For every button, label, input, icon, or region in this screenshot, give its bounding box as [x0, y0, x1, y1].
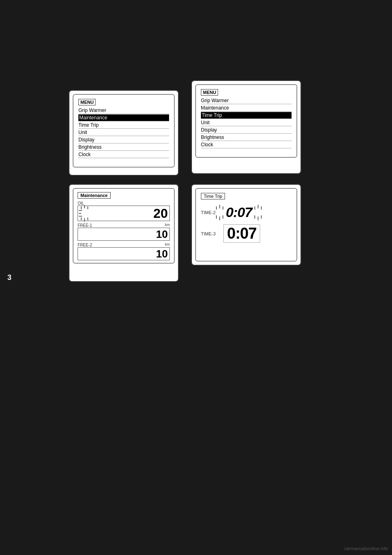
menu-item-grip-warmer-2: Grip Warmer [201, 97, 292, 104]
menu-item-maintenance-selected: Maintenance [78, 114, 169, 121]
menu-item-display-1: Display [78, 137, 169, 143]
menu-item-unit-1: Unit [78, 129, 169, 136]
menu-item-unit-2: Unit [201, 119, 292, 126]
free2-category: FREE-2 [78, 243, 98, 247]
screen-menu-maintenance: MENU Grip Warmer Maintenance Time Trip U… [69, 90, 179, 176]
menu-label-top-right: MENU [201, 89, 218, 96]
free2-value: 10 [156, 248, 168, 260]
oil-value: 20 [153, 207, 168, 220]
watermark: carmanualsonline.info [344, 546, 388, 551]
menu-item-display-2: Display [201, 127, 292, 134]
screen-menu-time-trip: MENU Grip Warmer Maintenance Time Trip U… [191, 80, 301, 174]
page-number: 3 [7, 273, 11, 282]
time2-value: 0:07 [226, 204, 252, 220]
maintenance-label: Maintenance [78, 192, 111, 199]
menu-item-clock-2: Clock [201, 141, 292, 148]
menu-item-time-trip-selected: Time Trip [201, 112, 292, 119]
menu-label-top-left: MENU [78, 99, 96, 105]
time-trip-label: Time Trip [201, 193, 225, 199]
free1-value: 10 [156, 228, 168, 240]
free1-unit: km [165, 223, 170, 227]
time3-label: TIME-3 [201, 231, 223, 236]
menu-item-brightness-1: Brightness [78, 144, 169, 151]
free2-unit: km [165, 242, 170, 246]
menu-item-time-trip-1: Time Trip [78, 122, 169, 129]
menu-item-brightness-2: Brightness [201, 134, 292, 141]
screen-time-trip-values: Time Trip TIME-2 [191, 184, 301, 266]
time3-value: 0:07 [223, 224, 260, 243]
screen-maintenance-values: Maintenance OIL 20 [69, 184, 179, 282]
menu-item-clock-1: Clock [78, 151, 169, 158]
menu-item-grip-warmer-1: Grip Warmer [78, 107, 169, 114]
free1-category: FREE-1 [78, 223, 98, 228]
menu-item-maintenance-2: Maintenance [201, 105, 292, 112]
oil-gauge-svg [78, 204, 102, 222]
